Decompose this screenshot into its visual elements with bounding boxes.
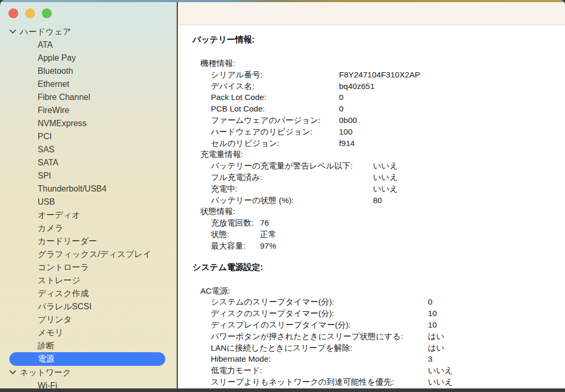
sidebar-item[interactable]: FireWire xyxy=(0,104,176,117)
content-pane: バッテリー情報:機種情報:シリアル番号:F8Y247104F310X2APデバイ… xyxy=(178,0,565,392)
info-row: パワーボタンが押されたときにスリープ状態にする:はい xyxy=(211,331,565,342)
sidebar-item[interactable]: ディスク作成 xyxy=(0,287,176,300)
chevron-down-icon[interactable] xyxy=(9,29,16,34)
info-value: 0 xyxy=(339,103,344,115)
sidebar-item[interactable]: USB xyxy=(0,195,176,208)
sidebar-item-label: 電源 xyxy=(38,354,54,363)
sidebar-item-selected[interactable]: 電源 xyxy=(9,352,165,366)
sidebar-group-hardware[interactable]: ハードウェア xyxy=(0,25,176,38)
sidebar-item-label: ATA xyxy=(38,40,53,49)
sidebar-item[interactable]: ストレージ xyxy=(0,274,176,287)
sidebar-item-label: Ethernet xyxy=(38,80,69,88)
info-label: 低電力モード: xyxy=(211,365,428,376)
sidebar-item[interactable]: Thunderbolt/USB4 xyxy=(0,182,176,195)
sidebar-item[interactable]: SATA xyxy=(0,156,176,169)
sidebar-item[interactable]: Fibre Channel xyxy=(0,91,176,104)
info-row: 状態:正常 xyxy=(211,229,565,240)
info-row: 低電力モード:いいえ xyxy=(211,365,565,376)
info-value: いいえ xyxy=(428,376,453,388)
info-value: いいえ xyxy=(373,183,398,195)
system-information-window: ハードウェアATAApple PayBluetoothEthernetFibre… xyxy=(0,0,565,392)
sidebar-tree[interactable]: ハードウェアATAApple PayBluetoothEthernetFibre… xyxy=(0,25,176,392)
info-label: 充電中: xyxy=(211,183,373,195)
minimize-button[interactable] xyxy=(25,8,35,18)
info-row: セルのリビジョン:f914 xyxy=(211,138,565,149)
info-label: 最大容量: xyxy=(211,240,260,252)
info-row: PCB Lot Code:0 xyxy=(211,103,565,115)
report-section: バッテリー情報:機種情報:シリアル番号:F8Y247104F310X2APデバイ… xyxy=(193,36,565,252)
sidebar-group-label: ネットワーク xyxy=(20,366,71,379)
section-title: システム電源設定: xyxy=(193,263,565,272)
info-row: ディスプレイのスリープタイマー(分):10 xyxy=(211,319,565,331)
sidebar-item[interactable]: Ethernet xyxy=(0,77,176,91)
sidebar-item[interactable]: カメラ xyxy=(0,221,176,234)
sidebar-item-label: NVMExpress xyxy=(38,119,86,128)
sidebar-item-label: カードリーダー xyxy=(38,237,97,245)
info-value: いいえ xyxy=(373,160,398,172)
info-label: PCB Lot Code: xyxy=(211,103,339,115)
sidebar: ハードウェアATAApple PayBluetoothEthernetFibre… xyxy=(0,0,177,392)
sidebar-item[interactable]: Apple Pay xyxy=(0,51,176,64)
section-title: バッテリー情報: xyxy=(193,36,565,44)
info-label: フル充電済み: xyxy=(211,172,373,183)
sidebar-item-label: パラレルSCSI xyxy=(38,302,92,311)
sidebar-item-label: 診断 xyxy=(38,341,54,350)
sidebar-item[interactable]: オーディオ xyxy=(0,208,176,221)
sidebar-item-label: FireWire xyxy=(38,106,69,115)
info-label: Hibernate Mode: xyxy=(211,353,428,365)
info-value: 0 xyxy=(339,92,344,103)
close-button[interactable] xyxy=(8,8,18,18)
info-label: ディスクのスリープタイマー(分): xyxy=(211,308,428,319)
sidebar-item[interactable]: パラレルSCSI xyxy=(0,300,176,313)
info-value: 80 xyxy=(373,195,382,206)
sidebar-item-label: PCI xyxy=(38,132,52,141)
sidebar-item[interactable]: プリンタ xyxy=(0,313,176,326)
sidebar-item[interactable]: Bluetooth xyxy=(0,64,176,77)
sidebar-item[interactable]: カードリーダー xyxy=(0,234,176,248)
zoom-button[interactable] xyxy=(42,8,52,18)
sidebar-item-label: カメラ xyxy=(38,223,63,232)
info-row: システムのスリープタイマー(分):0 xyxy=(211,296,565,308)
sidebar-item[interactable]: NVMExpress xyxy=(0,117,176,130)
info-value: 10 xyxy=(428,319,437,331)
info-value: はい xyxy=(428,331,445,342)
info-label: 状態: xyxy=(211,229,260,240)
sidebar-item[interactable]: 診断 xyxy=(0,339,176,352)
report-area[interactable]: バッテリー情報:機種情報:シリアル番号:F8Y247104F310X2APデバイ… xyxy=(178,25,565,392)
group-heading: 状態情報: xyxy=(200,206,565,217)
info-value: 100 xyxy=(339,126,353,138)
info-row: スリープよりもネットワークの到達可能性を優先:いいえ xyxy=(211,376,565,388)
info-value: 76 xyxy=(260,217,269,229)
sidebar-item[interactable]: メモリ xyxy=(0,326,176,339)
group-heading: 充電量情報: xyxy=(200,149,565,160)
sidebar-item-label: メモリ xyxy=(38,328,63,337)
info-value: 3 xyxy=(428,353,433,365)
sidebar-item-label: USB xyxy=(38,197,55,206)
sidebar-item-label: コントローラ xyxy=(38,263,89,272)
info-value: f914 xyxy=(339,138,355,149)
sidebar-group-network[interactable]: ネットワーク xyxy=(0,366,176,379)
sidebar-item[interactable]: ATA xyxy=(0,38,176,51)
info-value: 97% xyxy=(260,240,276,252)
info-row: Pack Lot Code:0 xyxy=(211,92,565,103)
info-row: フル充電済み:いいえ xyxy=(211,172,565,183)
info-row: Hibernate Mode:3 xyxy=(211,353,565,365)
sidebar-item[interactable]: PCI xyxy=(0,130,176,143)
info-label: バッテリーの充電量が警告レベル以下: xyxy=(211,160,373,172)
window-bottom-edge xyxy=(0,388,565,392)
info-row: 最大容量:97% xyxy=(211,240,565,252)
sidebar-item-label: SATA xyxy=(38,158,58,167)
sidebar-item[interactable]: コントローラ xyxy=(0,261,176,274)
info-row: ディスクのスリープタイマー(分):10 xyxy=(211,308,565,319)
sidebar-item-label: SPI xyxy=(38,171,51,180)
info-row: ハードウェアのリビジョン:100 xyxy=(211,126,565,138)
sidebar-item[interactable]: SAS xyxy=(0,143,176,156)
info-value: 0 xyxy=(428,296,433,308)
sidebar-item-label: SAS xyxy=(38,145,54,154)
chevron-down-icon[interactable] xyxy=(9,370,16,375)
sidebar-item[interactable]: SPI xyxy=(0,169,176,182)
sidebar-item[interactable]: グラフィックス/ディスプレイ xyxy=(0,248,176,261)
info-row: 充放電回数:76 xyxy=(211,217,565,229)
info-row: LANに接続したときにスリープを解除:はい xyxy=(211,342,565,354)
info-label: LANに接続したときにスリープを解除: xyxy=(211,342,428,354)
